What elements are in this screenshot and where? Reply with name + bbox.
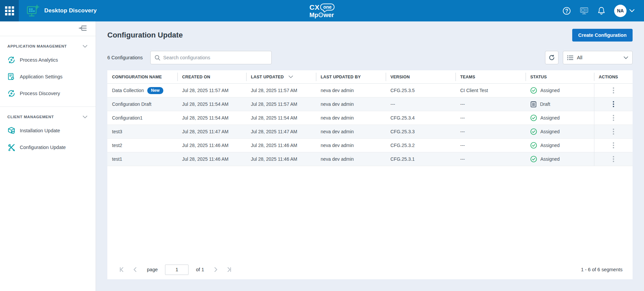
app-title: Desktop Discovery — [44, 7, 97, 14]
list-filter-icon — [567, 55, 574, 60]
cell-configuration-name: Data Collection New — [107, 84, 177, 97]
status-draft-icon — [530, 101, 537, 107]
brand-wer-text: wer — [323, 12, 334, 18]
notifications-bell-icon[interactable] — [597, 6, 605, 15]
page-label: page — [147, 267, 158, 272]
avatar[interactable]: NA — [614, 5, 627, 17]
cell-last-updated-by: neva dev admin — [316, 152, 386, 166]
status-assigned-icon — [530, 156, 537, 162]
filter-dropdown[interactable]: All — [563, 51, 633, 64]
cell-created-on: Jul 28, 2025 11:54 AM — [177, 97, 246, 111]
sidebar-item-label: Application Settings — [20, 74, 62, 79]
search-icon — [155, 55, 160, 61]
page-of-label: of 1 — [196, 267, 204, 272]
cell-version: CFG.25.3.5 — [386, 84, 455, 97]
screen-share-icon[interactable] — [580, 6, 589, 15]
page-number-input[interactable] — [165, 265, 189, 275]
row-actions-menu-icon[interactable] — [609, 85, 618, 95]
column-header-created-on[interactable]: CREATED ON — [177, 70, 246, 83]
cell-last-updated-by: neva dev admin — [316, 84, 386, 97]
table-row[interactable]: test1 Jul 28, 2025 11:46 AM Jul 28, 2025… — [107, 152, 633, 166]
last-page-icon[interactable] — [225, 265, 233, 274]
search-box[interactable] — [150, 51, 272, 64]
column-header-label: LAST UPDATED — [251, 75, 284, 79]
cell-status: Assigned — [526, 125, 594, 138]
sidebar-item-process-discovery[interactable]: Process Discovery — [0, 85, 96, 102]
first-page-icon[interactable] — [117, 265, 126, 274]
cxone-mpower-logo: CX one Mp wer — [309, 4, 334, 18]
waffle-icon — [5, 6, 14, 15]
column-header-version[interactable]: VERSION — [386, 70, 455, 83]
cell-last-updated-by: neva dev admin — [316, 111, 386, 125]
status-assigned-icon — [530, 142, 537, 149]
section-client-management[interactable]: CLIENT MANAGEMENT — [0, 107, 96, 122]
help-icon[interactable] — [562, 7, 571, 15]
sidebar-item-installation-update[interactable]: Installation Update — [0, 122, 96, 139]
cell-actions — [594, 97, 633, 111]
configurations-count: 6 Configurations — [107, 55, 143, 60]
cell-status: Assigned — [526, 152, 594, 166]
cell-last-updated: Jul 28, 2025 11:57 AM — [246, 97, 316, 111]
application-settings-icon — [7, 73, 15, 81]
table-row[interactable]: Configuration1 Jul 28, 2025 11:54 AM Jul… — [107, 111, 633, 125]
refresh-button[interactable] — [545, 51, 558, 64]
cell-teams: --- — [455, 152, 526, 166]
cell-actions — [594, 84, 633, 97]
column-header-configuration-name[interactable]: CONFIGURATION NAME — [107, 70, 177, 83]
section-label: APPLICATION MANAGEMENT — [7, 44, 67, 48]
table-row[interactable]: test3 Jul 28, 2025 11:47 AM Jul 28, 2025… — [107, 125, 633, 139]
cell-version: CFG.25.3.2 — [386, 139, 455, 152]
section-application-management[interactable]: APPLICATION MANAGEMENT — [0, 36, 96, 52]
row-actions-menu-icon[interactable] — [609, 154, 618, 164]
cell-configuration-name: test3 — [107, 125, 177, 138]
row-actions-menu-icon[interactable] — [609, 113, 618, 123]
cell-teams: --- — [455, 111, 526, 125]
table-row[interactable]: test2 Jul 28, 2025 11:46 AM Jul 28, 2025… — [107, 139, 633, 152]
cell-actions — [594, 152, 633, 166]
cell-created-on: Jul 28, 2025 11:47 AM — [177, 125, 246, 138]
sidebar-item-label: Process Analytics — [20, 57, 58, 63]
row-actions-menu-icon[interactable] — [609, 127, 618, 137]
sidebar-item-process-analytics[interactable]: Process Analytics — [0, 52, 96, 68]
chevron-down-icon — [83, 45, 88, 48]
column-header-status[interactable]: STATUS — [526, 70, 594, 83]
top-header-bar: Desktop Discovery CX one Mp wer — [0, 0, 644, 21]
row-actions-menu-icon[interactable] — [609, 140, 618, 150]
cell-created-on: Jul 28, 2025 11:46 AM — [177, 152, 246, 166]
previous-page-icon[interactable] — [131, 265, 140, 274]
sidebar-item-application-settings[interactable]: Application Settings — [0, 68, 96, 85]
column-header-last-updated[interactable]: LAST UPDATED — [246, 70, 316, 83]
cell-created-on: Jul 28, 2025 11:46 AM — [177, 139, 246, 152]
sidebar: APPLICATION MANAGEMENT Process Analytics — [0, 21, 96, 291]
user-menu[interactable]: NA — [614, 5, 635, 17]
column-header-actions: ACTIONS — [594, 70, 633, 83]
cell-teams: --- — [455, 97, 526, 111]
table-row[interactable]: Data Collection New Jul 28, 2025 11:57 A… — [107, 84, 633, 97]
process-analytics-icon — [7, 56, 15, 64]
search-input[interactable] — [163, 55, 267, 60]
row-actions-menu-icon[interactable] — [609, 99, 618, 109]
cell-last-updated: Jul 28, 2025 11:57 AM — [246, 84, 316, 97]
cell-last-updated: Jul 28, 2025 11:54 AM — [246, 111, 316, 125]
app-launcher-button[interactable] — [0, 0, 19, 21]
next-page-icon[interactable] — [211, 265, 220, 274]
chevron-down-icon — [629, 9, 635, 12]
sidebar-item-configuration-update[interactable]: Configuration Update — [0, 139, 96, 156]
configurations-table: CONFIGURATION NAME CREATED ON LAST UPDAT… — [107, 70, 633, 279]
column-header-last-updated-by[interactable]: LAST UPDATED BY — [316, 70, 386, 83]
create-configuration-button[interactable]: Create Configuration — [572, 29, 633, 42]
cell-last-updated-by: neva dev admin — [316, 125, 386, 138]
cell-teams: CI Client Test — [455, 84, 526, 97]
column-header-teams[interactable]: TEAMS — [455, 70, 526, 83]
table-body: Data Collection New Jul 28, 2025 11:57 A… — [107, 84, 633, 166]
status-assigned-icon — [530, 87, 537, 94]
cell-version: CFG.25.3.1 — [386, 152, 455, 166]
sort-descending-icon — [288, 75, 293, 78]
brand-robot-o-icon — [318, 13, 323, 17]
status-assigned-icon — [530, 115, 537, 121]
cell-configuration-name: Configuration1 — [107, 111, 177, 125]
collapse-sidebar-icon[interactable] — [79, 25, 87, 32]
table-row[interactable]: Configuration Draft Jul 28, 2025 11:54 A… — [107, 97, 633, 111]
cell-version: --- — [386, 97, 455, 111]
refresh-icon — [548, 54, 555, 61]
